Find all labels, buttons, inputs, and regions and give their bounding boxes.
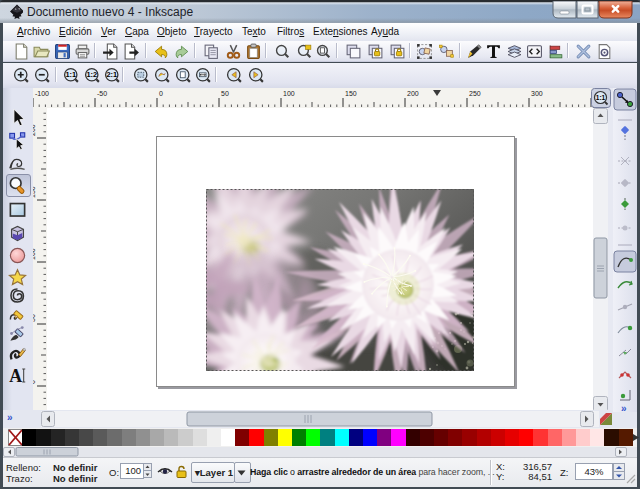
svg-text:250: 250 — [469, 90, 481, 97]
svg-text:A: A — [9, 366, 22, 385]
svg-text:100: 100 — [283, 90, 295, 97]
svg-text:100: 100 — [33, 248, 36, 260]
svg-text:50: 50 — [33, 314, 36, 322]
svg-text:1:1: 1:1 — [596, 94, 606, 101]
svg-text:200: 200 — [33, 124, 36, 136]
svg-text:-100: -100 — [35, 90, 49, 97]
svg-text:1:2: 1:2 — [86, 70, 97, 79]
svg-text:0: 0 — [159, 90, 163, 97]
svg-text:2:1: 2:1 — [106, 70, 117, 79]
svg-text:300: 300 — [531, 90, 543, 97]
svg-text:1:1: 1:1 — [65, 70, 76, 79]
svg-text:0: 0 — [33, 380, 36, 384]
svg-text:-50: -50 — [97, 90, 107, 97]
svg-text:150: 150 — [345, 90, 357, 97]
svg-text:150: 150 — [33, 186, 36, 198]
svg-text:50: 50 — [221, 90, 229, 97]
svg-text:200: 200 — [407, 90, 419, 97]
